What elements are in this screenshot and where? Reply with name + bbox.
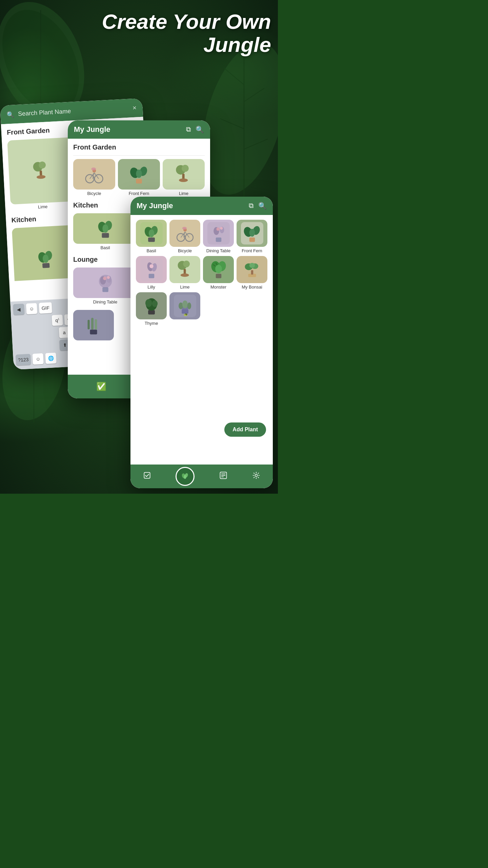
front-plant-dining[interactable]: Dining Table (203, 220, 234, 253)
svg-point-52 (136, 170, 142, 178)
mid-plant-bicycle[interactable]: Bicycle (73, 159, 115, 196)
bottom-bar-front (130, 465, 273, 488)
front-plant-lilly[interactable]: Lilly (136, 256, 167, 290)
front-plant-lime[interactable]: Lime (169, 256, 200, 290)
search-icon: 🔍 (6, 111, 14, 118)
svg-rect-111 (249, 237, 255, 242)
svg-point-119 (149, 264, 154, 268)
svg-point-73 (103, 277, 107, 280)
headline-line1: Create Your Own (102, 10, 271, 33)
app-title-front: My Jungle (137, 201, 173, 210)
headline-line2: Jungle (102, 33, 271, 56)
gif-key[interactable]: GIF (39, 302, 52, 314)
svg-point-148 (187, 302, 191, 309)
svg-point-114 (249, 229, 255, 237)
svg-rect-139 (148, 310, 155, 314)
svg-point-103 (182, 227, 186, 230)
add-plant-button[interactable]: Add Plant (224, 422, 266, 437)
front-plant-basil[interactable]: Basil (136, 220, 167, 253)
jungle-front-screen: My Jungle ⧉ 🔍 Basil (130, 197, 273, 488)
app-header-front: My Jungle ⧉ 🔍 (130, 197, 273, 215)
svg-point-108 (216, 228, 220, 231)
svg-point-74 (107, 276, 110, 279)
front-plant-bonsai[interactable]: My Bonsai (237, 256, 267, 290)
plant-lime[interactable]: Lime (7, 137, 75, 211)
svg-point-62 (102, 224, 108, 233)
checklist-nav-icon[interactable] (143, 471, 151, 482)
search-input[interactable]: Search Plant Name (18, 105, 129, 118)
svg-point-147 (182, 300, 188, 308)
header-icons-front: ⧉ 🔍 (249, 202, 267, 210)
svg-rect-126 (216, 274, 221, 278)
emoji-key[interactable]: ☺ (26, 303, 38, 315)
backspace-key[interactable]: ◀ (13, 304, 25, 315)
svg-point-109 (220, 227, 223, 230)
svg-point-47 (91, 167, 96, 171)
svg-point-124 (180, 274, 189, 277)
svg-rect-86 (88, 320, 90, 329)
mid-plant-frontfern[interactable]: Front Fern (118, 159, 160, 196)
num-key[interactable]: ?123 (16, 354, 31, 366)
front-plant-bicycle[interactable]: Bicycle (169, 220, 200, 253)
svg-rect-31 (42, 263, 49, 268)
key-q[interactable]: q1 (52, 315, 63, 326)
search-icon-front[interactable]: 🔍 (258, 202, 267, 210)
emoji-face-key[interactable]: ☺ (32, 353, 44, 365)
svg-rect-69 (102, 287, 108, 292)
svg-rect-84 (91, 318, 94, 330)
mid-plant-dining[interactable]: Dining Table (73, 268, 137, 304)
svg-rect-85 (95, 319, 97, 330)
mid-section-front-garden: Front Garden (73, 143, 205, 151)
fab-front[interactable] (176, 467, 195, 486)
svg-rect-105 (216, 237, 221, 242)
mid-plant-basil[interactable]: Basil (73, 213, 137, 250)
mid-front-garden-grid: Bicycle Front Fern (73, 159, 205, 196)
svg-rect-49 (136, 179, 142, 183)
app-title-mid: My Jungle (74, 125, 110, 134)
mid-plant-extra[interactable] (73, 310, 114, 340)
globe-key[interactable]: 🌐 (45, 353, 57, 364)
filter-icon-front[interactable]: ⧉ (249, 202, 253, 210)
app-header-mid: My Jungle ⧉ 🔍 (68, 120, 210, 139)
svg-point-95 (148, 229, 154, 237)
svg-point-141 (145, 299, 152, 307)
svg-point-57 (179, 178, 188, 182)
close-icon[interactable]: × (132, 104, 137, 112)
svg-point-55 (182, 165, 189, 172)
svg-rect-92 (148, 237, 155, 242)
notes-nav-icon[interactable] (219, 471, 228, 482)
mid-plant-lime[interactable]: Lime (163, 159, 205, 196)
front-plant-thyme[interactable]: Thyme (136, 292, 167, 326)
svg-text:🐢: 🐢 (183, 312, 188, 317)
svg-point-137 (249, 263, 255, 268)
filter-icon-mid[interactable]: ⧉ (186, 125, 191, 134)
svg-point-129 (215, 265, 222, 273)
checklist-icon-mid[interactable]: ✅ (96, 382, 106, 391)
front-plant-lilly-label: Lilly (147, 284, 155, 290)
headline: Create Your Own Jungle (102, 10, 271, 56)
front-plant-empty[interactable]: 🐢 (169, 292, 200, 326)
svg-rect-96 (174, 222, 196, 244)
front-plant-grid: Basil Bicycle (136, 220, 267, 326)
svg-rect-116 (148, 274, 154, 278)
svg-rect-59 (102, 233, 109, 238)
svg-rect-83 (90, 330, 97, 334)
header-icons-mid: ⧉ 🔍 (186, 125, 204, 134)
search-icon-mid[interactable]: 🔍 (196, 125, 204, 134)
svg-point-158 (255, 474, 258, 477)
front-plant-fern[interactable]: Front Fern (237, 220, 267, 253)
svg-point-142 (152, 300, 158, 307)
front-plant-monster[interactable]: Monster (203, 256, 234, 290)
svg-rect-40 (82, 162, 106, 186)
svg-rect-132 (241, 258, 263, 281)
svg-point-122 (183, 261, 190, 268)
svg-point-153 (184, 475, 187, 479)
settings-nav-icon[interactable] (252, 471, 261, 482)
svg-rect-134 (251, 270, 253, 275)
plant-lime-label: Lime (38, 204, 48, 210)
